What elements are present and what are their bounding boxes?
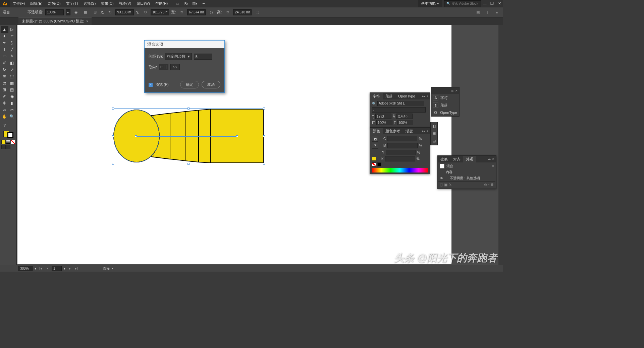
gradient-tool[interactable]: ▤ [8, 86, 16, 93]
appear-close-icon[interactable]: ✕ [492, 157, 495, 161]
menu-window[interactable]: 窗口(W) [134, 0, 153, 7]
ok-button[interactable]: 确定 [180, 81, 199, 88]
mini-para-button[interactable]: ¶段落 [431, 101, 459, 109]
gpu-icon[interactable]: ✒ [201, 1, 207, 7]
last-artboard-button[interactable]: ▸I [74, 266, 79, 271]
scale-tool[interactable]: ⤢ [8, 66, 16, 73]
zoom-dropdown-icon[interactable]: ▾ [35, 267, 36, 270]
vertical-scrollbar[interactable] [498, 25, 503, 265]
tab-color[interactable]: 颜色 [370, 128, 383, 134]
zoom-input[interactable] [18, 266, 33, 271]
stroke-swatch[interactable] [7, 132, 13, 138]
opacity-dropdown[interactable]: ▸ [66, 9, 70, 15]
color-expand-icon[interactable]: ▸▸ [422, 129, 426, 133]
screen-mode-full[interactable] [6, 145, 10, 149]
color-spectrum[interactable] [372, 168, 428, 172]
swatches-panel-icon[interactable]: ▦ [431, 130, 437, 137]
artboard-dropdown-icon[interactable]: ▾ [64, 267, 65, 270]
x-input[interactable] [115, 9, 134, 15]
black-swatch[interactable] [377, 162, 381, 166]
appear-expand-icon[interactable]: ▸▸ [488, 157, 491, 161]
font-family-input[interactable] [377, 101, 424, 106]
menu-view[interactable]: 视图(V) [116, 0, 134, 7]
opacity-input[interactable] [45, 9, 64, 15]
dup-icon[interactable]: ▫ [488, 183, 489, 187]
c-slider[interactable] [387, 136, 417, 141]
search-stock-input[interactable]: 🔍 搜索 Adobe Stock [444, 0, 481, 7]
tab-gradient[interactable]: 渐变 [403, 128, 416, 134]
rectangle-tool[interactable]: ▭ [1, 53, 8, 60]
menu-object[interactable]: 对象(O) [45, 0, 63, 7]
vscale-input[interactable] [376, 120, 392, 125]
y-link-icon[interactable]: ⟲ [141, 9, 149, 16]
help-tool[interactable]: ? [1, 122, 8, 129]
style-icon[interactable]: ◉ [72, 9, 80, 16]
align-icon[interactable]: ▦ [82, 9, 89, 16]
spine-end[interactable] [236, 135, 238, 137]
w-input[interactable] [187, 9, 206, 15]
cloud-icon[interactable]: ▭ [174, 1, 180, 7]
workspace-switcher[interactable]: 基本功能 ▾ [418, 0, 442, 7]
mini-char-button[interactable]: A字符 [431, 94, 459, 101]
column-graph-tool[interactable]: ▮ [8, 100, 16, 107]
zoom-tool[interactable]: 🔍 [8, 113, 16, 120]
blend-tool[interactable]: ◉ [8, 93, 16, 100]
k-slider[interactable] [385, 156, 415, 161]
free-transform-tool[interactable]: ⬚ [8, 73, 16, 80]
cb-right-icon-1[interactable]: ▤ [474, 9, 482, 16]
mesh-tool[interactable]: ⊞ [1, 86, 8, 93]
eraser-tool[interactable]: ◧ [8, 60, 16, 66]
new-stroke-icon[interactable]: ▣ [444, 183, 447, 187]
curvature-tool[interactable]: ⟆ [8, 40, 16, 46]
artboard-index-input[interactable] [52, 266, 62, 271]
tool-dropdown-icon[interactable]: ▸ [112, 267, 113, 270]
x-link-icon[interactable]: ⟲ [106, 9, 113, 16]
m-slider[interactable] [387, 143, 418, 148]
rotate-tool[interactable]: ↻ [1, 66, 8, 73]
y-slider[interactable] [386, 150, 416, 155]
magic-wand-tool[interactable]: ✦ [1, 33, 8, 40]
tab-close-icon[interactable]: × [87, 19, 89, 23]
new-fill-icon[interactable]: ▢ [440, 183, 443, 187]
trash-icon[interactable]: 🗑 [490, 183, 494, 187]
paintbrush-tool[interactable]: ✎ [8, 53, 16, 60]
cancel-button[interactable]: 取消 [202, 81, 220, 88]
direct-selection-tool[interactable]: ▷ [8, 26, 16, 33]
constrain-icon[interactable]: ⛓ [208, 9, 215, 16]
type-tool[interactable]: T [1, 46, 8, 53]
minimize-button[interactable]: — [481, 1, 488, 7]
lasso-tool[interactable]: ⊂ [8, 33, 16, 40]
cb-right-icon-2[interactable]: ⫿ [484, 9, 491, 16]
leading-input[interactable] [396, 114, 413, 119]
gradient-mode-swatch[interactable] [6, 140, 10, 144]
font-search-icon[interactable]: 🔍 [372, 102, 376, 106]
visibility-icon[interactable]: 👁 [440, 177, 443, 180]
document-tab[interactable]: 未标题-1* @ 300% (CMYK/GPU 预览) × [18, 17, 92, 25]
shape-builder-tool[interactable]: ◔ [1, 80, 8, 86]
appear-menu-icon[interactable]: ≡ [492, 164, 494, 168]
tab-appearance[interactable]: 外观 [463, 156, 476, 162]
spine-start[interactable] [135, 135, 137, 137]
color-warn-icon[interactable]: ? [372, 143, 378, 149]
menu-file[interactable]: 文件(F) [10, 0, 28, 7]
h-link-icon[interactable]: ⟲ [224, 9, 231, 16]
screen-mode-normal[interactable] [1, 145, 6, 149]
selection-tool[interactable]: ▲ [1, 26, 8, 33]
menu-help[interactable]: 帮助(H) [153, 0, 170, 7]
panel-menu-icon[interactable]: ≡ [427, 94, 428, 98]
menu-type[interactable]: 文字(T) [63, 0, 81, 7]
line-tool[interactable]: ╱ [8, 46, 16, 53]
menu-edit[interactable]: 编辑(E) [28, 0, 45, 7]
preview-checkbox[interactable]: ✓ [149, 83, 153, 87]
arrange-icon[interactable]: ▥▾ [192, 1, 198, 7]
close-button[interactable]: ✕ [496, 1, 503, 7]
none-color-swatch[interactable] [372, 162, 376, 166]
blend-object[interactable] [113, 109, 264, 164]
font-size-input[interactable] [375, 114, 391, 119]
tab-transform[interactable]: 变换 [438, 156, 450, 162]
cb-right-icon-3[interactable]: ≡ [493, 9, 500, 16]
mini-collapse-icon[interactable]: ▸▸ [451, 89, 454, 92]
w-link-icon[interactable]: ⟲ [178, 9, 185, 16]
bridge-icon[interactable]: Br [183, 1, 189, 7]
shaper-tool[interactable]: ✐ [1, 60, 8, 66]
